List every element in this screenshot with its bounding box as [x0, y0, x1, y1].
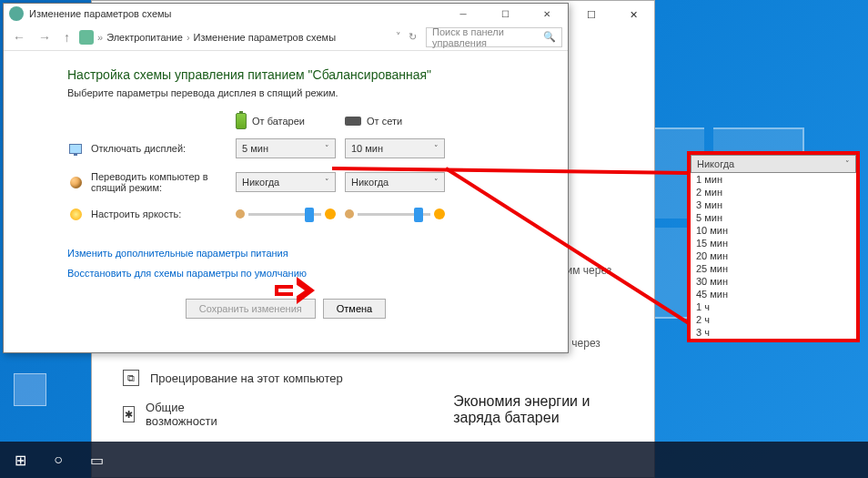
- back-button[interactable]: ←: [9, 30, 29, 45]
- dropdown-list[interactable]: 1 мин2 мин3 мин5 мин10 мин15 мин20 мин25…: [691, 173, 856, 339]
- dropdown-option[interactable]: 10 мин: [691, 224, 856, 237]
- brightness-icon: [70, 208, 82, 220]
- dropdown-options-panel: Никогда ˅ 1 мин2 мин3 мин5 мин10 мин15 м…: [687, 151, 860, 342]
- breadcrumb-root[interactable]: Электропитание: [106, 32, 183, 43]
- sun-bright-icon: [325, 208, 336, 219]
- window-title: Изменение параметров схемы: [29, 8, 171, 19]
- power-icon: [79, 30, 94, 45]
- sleep-timeout-ac-combo[interactable]: Никогда ˅: [345, 172, 445, 192]
- dropdown-option[interactable]: 20 мин: [691, 249, 856, 262]
- search-input[interactable]: Поиск в панели управления 🔍: [426, 27, 562, 47]
- battery-icon: [236, 113, 247, 129]
- sleep-timeout-battery-combo[interactable]: Никогда ˅: [236, 172, 336, 192]
- sleep-icon: [70, 177, 82, 188]
- nav-label: Проецирование на этот компьютер: [150, 371, 343, 385]
- row-label-display: Отключать дисплей:: [91, 143, 236, 154]
- slider-thumb[interactable]: [414, 208, 423, 222]
- column-label: От сети: [367, 116, 402, 127]
- settings-background-panel: Никогда ▾ ⧉ Проецирование на этот компью…: [105, 353, 641, 444]
- page-heading: Настройка схемы управления питанием "Сба…: [67, 67, 504, 82]
- search-icon: 🔍: [543, 31, 556, 43]
- projection-icon: ⧉: [123, 370, 139, 386]
- maximize-button[interactable]: ☐: [570, 1, 612, 28]
- breadcrumb-current[interactable]: Изменение параметров схемы: [194, 32, 336, 43]
- dropdown-option[interactable]: 1 ч: [691, 300, 856, 313]
- dropdown-option[interactable]: 25 мин: [691, 262, 856, 275]
- dropdown-option[interactable]: 2 ч: [691, 313, 856, 326]
- sun-bright-icon: [434, 208, 445, 219]
- shared-icon: ✱: [123, 406, 135, 422]
- dropdown-option[interactable]: 3 мин: [691, 198, 856, 211]
- brightness-ac-slider[interactable]: [345, 208, 445, 219]
- settings-nav-shared[interactable]: ✱ Общие возможности Экономия энергии и з…: [123, 393, 623, 435]
- row-label-sleep: Переводить компьютер в спящий режим:: [91, 171, 236, 193]
- search-button[interactable]: ○: [45, 447, 71, 473]
- refresh-button[interactable]: ↻: [405, 31, 420, 43]
- forward-button[interactable]: →: [35, 30, 55, 45]
- breadcrumb[interactable]: » Электропитание › Изменение параметров …: [79, 30, 420, 45]
- link-advanced-settings[interactable]: Изменить дополнительные параметры питани…: [67, 248, 504, 259]
- combo-value: Никогда: [242, 177, 279, 188]
- chevron-down-icon: ˅: [434, 178, 439, 187]
- combo-value: Никогда: [351, 177, 389, 188]
- column-label: От батареи: [252, 116, 305, 127]
- dropdown-option[interactable]: 30 мин: [691, 275, 856, 288]
- page-subtext: Выберите параметры перевода дисплея в сп…: [67, 87, 504, 98]
- annotation-arrow: [275, 277, 316, 304]
- cancel-button[interactable]: Отмена: [323, 299, 386, 319]
- chevron-down-icon: ˅: [434, 144, 439, 153]
- chevron-down-icon: ˅: [325, 144, 329, 153]
- close-button[interactable]: ✕: [612, 1, 654, 28]
- desktop-shortcut[interactable]: [7, 373, 53, 408]
- plug-icon: [345, 117, 361, 126]
- combo-value: 5 мин: [242, 143, 268, 154]
- dropdown-header[interactable]: Никогда ˅: [691, 155, 856, 173]
- taskbar[interactable]: ⊞ ○ ▭: [0, 442, 868, 478]
- search-placeholder: Поиск в панели управления: [432, 26, 543, 48]
- settings-nav-projection[interactable]: ⧉ Проецирование на этот компьютер: [123, 362, 623, 393]
- sun-dim-icon: [236, 209, 245, 219]
- dropdown-option[interactable]: 2 мин: [691, 186, 856, 198]
- combo-value: 10 мин: [351, 143, 383, 154]
- slider-thumb[interactable]: [305, 208, 314, 222]
- column-ac: От сети: [345, 113, 454, 129]
- chevron-down-icon: ˅: [325, 178, 329, 187]
- titlebar[interactable]: Изменение параметров схемы ─ ☐ ✕: [4, 4, 568, 24]
- row-label-brightness: Настроить яркость:: [91, 208, 236, 219]
- nav-label: Общие возможности: [146, 401, 224, 428]
- close-button[interactable]: ✕: [526, 4, 568, 24]
- task-view-button[interactable]: ▭: [84, 447, 109, 473]
- brightness-battery-slider[interactable]: [236, 208, 336, 219]
- section-heading: Экономия энергии и заряда батареи: [453, 393, 623, 426]
- dropdown-option[interactable]: 5 мин: [691, 211, 856, 224]
- dropdown-option[interactable]: 3 ч: [691, 326, 856, 339]
- minimize-button[interactable]: ─: [442, 4, 484, 24]
- window-icon: [9, 6, 24, 21]
- dropdown-option[interactable]: 45 мин: [691, 288, 856, 300]
- start-button[interactable]: ⊞: [7, 447, 33, 473]
- display-timeout-battery-combo[interactable]: 5 мин ˅: [236, 138, 336, 158]
- up-button[interactable]: ↑: [60, 30, 74, 45]
- maximize-button[interactable]: ☐: [484, 4, 526, 24]
- sun-dim-icon: [345, 209, 354, 219]
- dropdown-selected-value: Никогда: [697, 158, 734, 169]
- display-timeout-ac-combo[interactable]: 10 мин ˅: [345, 138, 445, 158]
- chevron-down-icon[interactable]: ˅: [396, 31, 401, 43]
- chevron-down-icon: ˅: [845, 159, 850, 168]
- dropdown-option[interactable]: 15 мин: [691, 237, 856, 249]
- monitor-icon: [69, 144, 82, 154]
- column-battery: От батареи: [236, 113, 345, 129]
- nav-toolbar: ← → ↑ » Электропитание › Изменение парам…: [4, 24, 568, 51]
- dropdown-option[interactable]: 1 мин: [691, 173, 856, 186]
